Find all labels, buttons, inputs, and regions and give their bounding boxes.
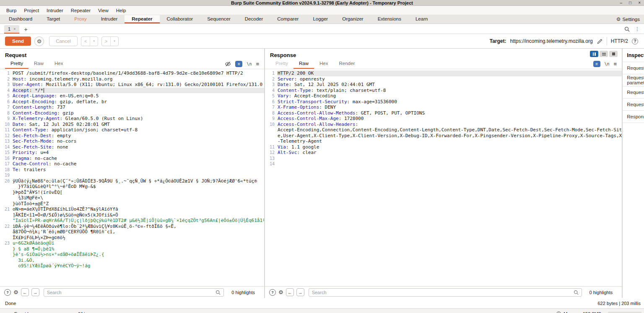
request-line[interactable]: 12Sec-Fetch-Dest: empty (0, 133, 264, 139)
request-line[interactable]: 2Host: incoming.telemetry.mozilla.org (0, 76, 264, 82)
menu-item-repeater[interactable]: Repeater (67, 7, 94, 14)
response-line[interactable]: 4Content-Type: text/plain; charset=utf-8 (265, 88, 622, 94)
request-line[interactable]: }Ý7ãîQ&ièQªl^°\~é²Ë©D M¥@-&$ (0, 184, 264, 190)
tab-target[interactable]: Target (39, 15, 67, 23)
send-settings-button[interactable]: ⚙ (34, 37, 44, 46)
tab-organizer[interactable]: Organizer (335, 15, 371, 23)
response-tab-hex[interactable]: Hex (314, 60, 333, 69)
newline-toggle-icon[interactable]: \n (605, 62, 610, 66)
layout-columns-button[interactable] (590, 51, 598, 57)
menu-item-burp[interactable]: Burp (3, 7, 20, 14)
next-match-button[interactable]: → (31, 288, 39, 296)
request-line[interactable]: 20ÿUÛã(ý¿Nø8ß°o;ûla(Ç¨°»;ÛßÃDÍE3-9QÅ9U §… (0, 178, 264, 184)
request-line[interactable]: ¾3iM@Fë×\ (0, 195, 264, 201)
request-line[interactable]: }ùòTÍoò+±@É°Z (0, 201, 264, 207)
request-line[interactable]: }ÞpðÎ^Ã¥S!(ïrôvÈQ[ (0, 190, 264, 196)
response-line[interactable]: 13 (265, 156, 622, 162)
request-line[interactable]: 3User-Agent: Mozilla/5.0 (X11; Ubuntu; L… (0, 82, 264, 88)
editor-menu-icon[interactable]: ≡ (256, 61, 259, 67)
layout-rows-button[interactable] (600, 51, 608, 57)
forward-dropdown-icon[interactable]: ▾ (110, 37, 118, 46)
inspector-section-request-cookies[interactable]: Request cookies0 (623, 86, 644, 98)
menu-item-help[interactable]: Help (112, 7, 130, 14)
response-editor[interactable]: 1HTTP/2 200 OK2Server: openresty3Date: S… (265, 69, 622, 286)
response-line[interactable]: 10Access-Control-Allow-Headers: (265, 122, 622, 128)
prettify-icon[interactable]: ≡ (235, 61, 242, 67)
response-line[interactable]: 12Alt-Svc: clear (265, 150, 622, 156)
tab-comparer[interactable]: Comparer (270, 15, 306, 23)
response-line[interactable]: 2Server: openresty (265, 76, 622, 82)
request-line[interactable]: 6Accept-Encoding: gzip, deflate, br (0, 99, 264, 105)
response-line[interactable]: 3Date: Sat, 12 Jul 2025 02:44:01 GMT (265, 82, 622, 88)
request-line[interactable]: 4Accept: */* (0, 88, 264, 94)
response-line[interactable]: Accept-Encoding,Connection,Content-Encod… (265, 127, 622, 133)
request-tab-raw[interactable]: Raw (29, 60, 49, 69)
request-line[interactable]: 7Content-Length: 737 (0, 104, 264, 110)
edit-target-icon[interactable] (597, 38, 603, 44)
prev-match-button[interactable]: ← (21, 288, 29, 296)
menu-item-intruder[interactable]: Intruder (43, 7, 67, 14)
tab-decoder[interactable]: Decoder (238, 15, 270, 23)
request-line[interactable]: 13Sec-Fetch-Mode: no-cors (0, 138, 264, 144)
repeater-tab-1[interactable]: 1 × (4, 25, 19, 34)
request-line[interactable]: }è's-GíÕaü½>ns×°¤dåÐ÷õøÏËäêiÞZ¿.{ (0, 252, 264, 258)
eye-off-icon[interactable] (225, 61, 231, 67)
help-icon[interactable]: ? (632, 38, 638, 44)
tab-repeater[interactable]: Repeater (125, 15, 159, 23)
tab-extensions[interactable]: Extensions (371, 15, 408, 23)
search-input[interactable] (47, 290, 216, 295)
settings-button[interactable]: ⚙ Settings (616, 15, 644, 23)
request-line[interactable]: 14Sec-Fetch-Site: none (0, 144, 264, 150)
request-line[interactable]: 17Cache-Control: no-cache (0, 161, 264, 167)
request-line[interactable]: 1POST /submit/firefox-desktop/baseline/1… (0, 70, 264, 76)
menu-item-view[interactable]: View (94, 7, 112, 14)
editor-menu-icon[interactable]: ≡ (614, 61, 617, 67)
request-line[interactable]: ÏX£ÞíFõLÞ¼×ZÞ+g©®õ½ (0, 235, 264, 241)
tab-proxy[interactable]: Proxy (67, 15, 93, 23)
tab-learn[interactable]: Learn (408, 15, 435, 23)
request-line[interactable]: 23u~6GZkØÃáèäo@Ûï (0, 240, 264, 246)
maximize-icon[interactable]: □ (629, 0, 631, 5)
response-line[interactable]: 8Access-Control-Allow-Methods: GET, POST… (265, 110, 622, 116)
tab-intruder[interactable]: Intruder (94, 15, 125, 23)
forward-button[interactable]: > ▾ (101, 37, 119, 46)
response-line[interactable]: 5Vary: Accept-Encoding (265, 93, 622, 99)
menu-item-project[interactable]: Project (20, 7, 43, 14)
cancel-button[interactable]: Cancel (49, 36, 78, 46)
response-line[interactable]: 1HTTP/2 200 OK (265, 70, 622, 76)
layout-single-button[interactable] (609, 51, 618, 57)
search-input[interactable] (312, 290, 574, 295)
request-line[interactable]: 9X-Telemetry-Agent: Glean/60.5.0 (Rust o… (0, 116, 264, 122)
help-icon[interactable]: ? (269, 289, 276, 296)
response-tab-pretty[interactable]: Pretty (270, 60, 293, 69)
request-tab-hex[interactable]: Hex (49, 60, 68, 69)
tab-sequencer[interactable]: Sequencer (200, 15, 238, 23)
request-line[interactable]: ]ÄKÍE<î1=Ò<Ø/5£Ö)ø¼Süö÷@Ñ©x5(kJOfií&×Õ (0, 212, 264, 218)
back-dropdown-icon[interactable]: ▾ (90, 37, 98, 46)
search-icon[interactable] (624, 26, 630, 32)
close-tab-icon[interactable]: × (13, 27, 16, 31)
add-tab-button[interactable]: + (19, 26, 32, 34)
gear-icon[interactable]: ⚙ (13, 290, 18, 295)
close-icon[interactable]: × (638, 0, 641, 5)
response-tab-raw[interactable]: Raw (293, 60, 314, 69)
request-tab-pretty[interactable]: Pretty (5, 60, 29, 69)
response-line[interactable]: 6Strict-Transport-Security: max-age=3153… (265, 99, 622, 105)
request-line[interactable]: 11Content-Type: application/json; charse… (0, 127, 264, 133)
request-line[interactable]: 15Priority: u=4 (0, 150, 264, 156)
back-button[interactable]: < ▾ (81, 37, 98, 46)
request-line[interactable]: "Iaï©lÍ»PR-øqHrA6Á/T)Ù¡ç|lðjþQçý‰úªè1DT2… (0, 218, 264, 224)
request-line[interactable]: 5Accept-Language: en-US,en;q=0.5 (0, 93, 264, 99)
response-line[interactable]: e,User-Agent,X-Client-Type,X-Client-Vers… (265, 133, 622, 139)
help-icon[interactable]: ? (4, 289, 11, 296)
request-line[interactable]: å87ÖÒ¬ñ¾k¡'R´êö¡mØÐ²CERÝÚÖÖ ¶R0îñ¨cî, (0, 229, 264, 235)
request-line[interactable]: o9S!iYÆôÎpøä´ý¥nêCYÒ~ÿ~!ág (0, 263, 264, 269)
response-line[interactable]: 14 (265, 161, 622, 167)
send-button[interactable]: Send (5, 37, 31, 46)
inspector-section-request-query-parameters[interactable]: Request query parameters0 (623, 74, 644, 86)
request-line[interactable]: 22ìÐÃ-ýê¬¼4EêÃOðúvë¶lo:Öb´2ª¼ÆBúvìÇ¾¥s0K… (0, 224, 264, 230)
request-editor[interactable]: 1POST /submit/firefox-desktop/baseline/1… (0, 69, 264, 286)
request-line[interactable]: 18Te: trailers (0, 167, 264, 173)
response-line[interactable]: 9Access-Control-Max-Age: 1728000 (265, 116, 622, 122)
gear-icon[interactable]: ⚙ (278, 290, 283, 295)
